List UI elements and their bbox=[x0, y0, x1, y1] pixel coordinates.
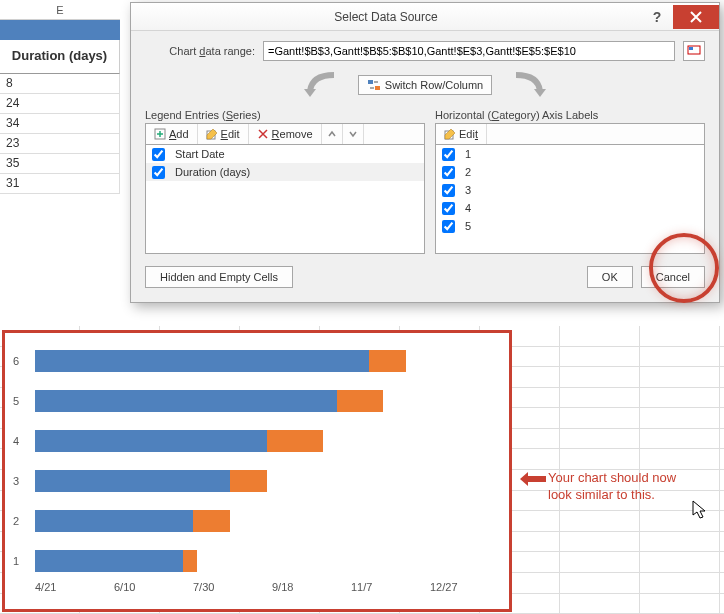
bar-y-label: 4 bbox=[13, 435, 19, 447]
category-item[interactable]: 2 bbox=[436, 163, 704, 181]
bar-chart-area: 654321 bbox=[5, 333, 509, 581]
category-item[interactable]: 4 bbox=[436, 199, 704, 217]
bar-segment-start bbox=[35, 470, 230, 492]
chevron-up-icon bbox=[328, 130, 336, 138]
edit-icon bbox=[206, 128, 218, 140]
x-tick-label: 9/18 bbox=[272, 581, 351, 609]
bar-segment-start bbox=[35, 390, 337, 412]
select-data-source-dialog: Select Data Source ? Chart data range: bbox=[130, 2, 720, 303]
mouse-cursor-icon bbox=[692, 500, 708, 520]
category-item-label: 1 bbox=[465, 148, 471, 160]
horizontal-axis-labels-label: Horizontal (Category) Axis Labels bbox=[435, 109, 705, 121]
category-item-label: 5 bbox=[465, 220, 471, 232]
edit-icon bbox=[444, 128, 456, 140]
selected-cell-top[interactable] bbox=[0, 20, 120, 40]
x-tick-label: 11/7 bbox=[351, 581, 430, 609]
table-cell[interactable]: 35 bbox=[0, 154, 120, 174]
series-item-start-date[interactable]: Start Date bbox=[146, 145, 424, 163]
bar-row: 4 bbox=[35, 421, 499, 461]
bar-segment-start bbox=[35, 430, 267, 452]
category-checkbox[interactable] bbox=[442, 202, 455, 215]
remove-icon bbox=[257, 128, 269, 140]
bar-segment-duration bbox=[230, 470, 267, 492]
add-series-button[interactable]: Add bbox=[146, 124, 198, 144]
category-item-label: 4 bbox=[465, 202, 471, 214]
svg-rect-3 bbox=[375, 86, 380, 90]
table-header-duration[interactable]: Duration (days) bbox=[0, 40, 120, 74]
x-tick-label: 6/10 bbox=[114, 581, 193, 609]
category-item-label: 2 bbox=[465, 166, 471, 178]
bar-row: 6 bbox=[35, 341, 499, 381]
category-checkbox[interactable] bbox=[442, 184, 455, 197]
bar-segment-duration bbox=[193, 510, 230, 532]
bar-row: 5 bbox=[35, 381, 499, 421]
svg-rect-2 bbox=[368, 80, 373, 84]
series-checkbox[interactable] bbox=[152, 148, 165, 161]
series-item-duration[interactable]: Duration (days) bbox=[146, 163, 424, 181]
category-checkbox[interactable] bbox=[442, 166, 455, 179]
bar-segment-start bbox=[35, 510, 193, 532]
series-listbox[interactable]: Start Date Duration (days) bbox=[145, 144, 425, 254]
chart-data-range-label: Chart data range: bbox=[145, 45, 255, 57]
close-icon bbox=[690, 11, 702, 23]
ok-button[interactable]: OK bbox=[587, 266, 633, 288]
bar-segment-start bbox=[35, 350, 369, 372]
table-cell[interactable]: 34 bbox=[0, 114, 120, 134]
switch-row-column-label: Switch Row/Column bbox=[385, 79, 483, 91]
legend-entries-label: Legend Entries (Series) bbox=[145, 109, 425, 121]
bar-segment-duration bbox=[183, 550, 197, 572]
remove-series-button[interactable]: Remove bbox=[249, 124, 322, 144]
table-cell[interactable]: 23 bbox=[0, 134, 120, 154]
hidden-empty-cells-button[interactable]: Hidden and Empty Cells bbox=[145, 266, 293, 288]
category-item[interactable]: 5 bbox=[436, 217, 704, 235]
bar-y-label: 3 bbox=[13, 475, 19, 487]
bar-row: 1 bbox=[35, 541, 499, 581]
series-item-label: Duration (days) bbox=[175, 166, 250, 178]
category-listbox[interactable]: 1 2 3 4 5 bbox=[435, 144, 705, 254]
bar-segment-duration bbox=[267, 430, 323, 452]
x-tick-label: 4/21 bbox=[35, 581, 114, 609]
cancel-button[interactable]: Cancel bbox=[641, 266, 705, 288]
switch-row-column-button[interactable]: Switch Row/Column bbox=[358, 75, 492, 95]
category-checkbox[interactable] bbox=[442, 148, 455, 161]
dialog-titlebar[interactable]: Select Data Source ? bbox=[131, 3, 719, 31]
edit-category-button[interactable]: Edit bbox=[436, 124, 487, 144]
edit-series-button[interactable]: Edit bbox=[198, 124, 249, 144]
bar-segment-duration bbox=[369, 350, 406, 372]
range-picker-icon bbox=[687, 45, 701, 57]
table-cell[interactable]: 31 bbox=[0, 174, 120, 194]
svg-rect-1 bbox=[689, 47, 693, 50]
series-item-label: Start Date bbox=[175, 148, 225, 160]
close-button[interactable] bbox=[673, 5, 719, 29]
x-tick-label: 7/30 bbox=[193, 581, 272, 609]
dialog-title: Select Data Source bbox=[131, 10, 641, 24]
bar-segment-start bbox=[35, 550, 183, 572]
x-tick-label: 12/27 bbox=[430, 581, 509, 609]
spreadsheet-column: E Duration (days) 8 24 34 23 35 31 bbox=[0, 0, 120, 340]
bar-y-label: 6 bbox=[13, 355, 19, 367]
category-item[interactable]: 1 bbox=[436, 145, 704, 163]
chevron-down-icon bbox=[349, 130, 357, 138]
add-icon bbox=[154, 128, 166, 140]
column-header-E[interactable]: E bbox=[0, 0, 120, 20]
annotation-arrow-left-icon bbox=[520, 472, 546, 486]
category-item-label: 3 bbox=[465, 184, 471, 196]
chart-data-range-input[interactable] bbox=[263, 41, 675, 61]
series-checkbox[interactable] bbox=[152, 166, 165, 179]
arrow-left-curve-icon bbox=[300, 71, 340, 99]
range-picker-button[interactable] bbox=[683, 41, 705, 61]
table-cell[interactable]: 8 bbox=[0, 74, 120, 94]
help-button[interactable]: ? bbox=[641, 5, 673, 29]
move-down-button[interactable] bbox=[343, 124, 364, 144]
move-up-button[interactable] bbox=[322, 124, 343, 144]
category-checkbox[interactable] bbox=[442, 220, 455, 233]
x-axis: 4/216/107/309/1811/712/27 bbox=[5, 581, 509, 609]
switch-icon bbox=[367, 79, 381, 91]
table-cell[interactable]: 24 bbox=[0, 94, 120, 114]
bar-segment-duration bbox=[337, 390, 383, 412]
annotation-text: Your chart should now look similar to th… bbox=[548, 470, 718, 504]
bar-y-label: 2 bbox=[13, 515, 19, 527]
gantt-chart-preview[interactable]: 654321 4/216/107/309/1811/712/27 bbox=[2, 330, 512, 612]
category-toolbar: Edit bbox=[435, 123, 705, 144]
category-item[interactable]: 3 bbox=[436, 181, 704, 199]
